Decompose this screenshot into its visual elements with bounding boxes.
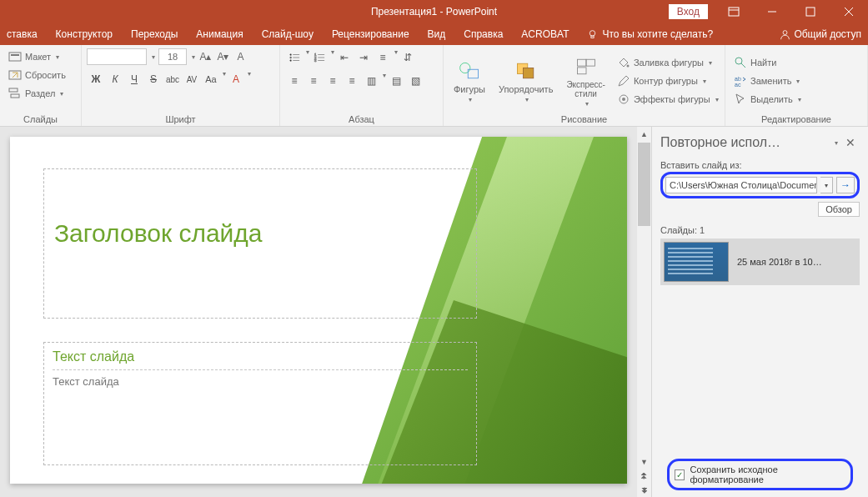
shape-fill-label: Заливка фигуры — [634, 58, 704, 68]
keep-source-formatting-checkbox[interactable]: ✓ Сохранить исходное форматирование — [667, 459, 853, 490]
bold-button[interactable]: Ж — [87, 70, 105, 88]
content-top-text: Текст слайда — [53, 349, 468, 370]
path-dropdown-button[interactable]: ▾ — [820, 177, 833, 193]
vertical-scrollbar[interactable]: ▲ ▼ ⯭ ⯯ — [637, 127, 651, 497]
align-text-button[interactable]: ▤ — [387, 72, 405, 90]
font-color-button[interactable]: A — [227, 70, 245, 88]
group-label-font: Шрифт — [87, 113, 274, 124]
close-icon[interactable] — [830, 0, 868, 23]
shapes-label: Фигуры — [454, 84, 485, 94]
group-label-slides: Слайды — [5, 113, 76, 124]
align-center-button[interactable]: ≡ — [304, 72, 323, 90]
ribbon: Макет▾ Сбросить Раздел▾ Слайды ▾ 18 ▾ — [0, 45, 868, 127]
scroll-thumb[interactable] — [638, 143, 650, 226]
arrange-button[interactable]: Упорядочить ▾ — [494, 58, 558, 105]
content-body-text: Текст слайда — [53, 375, 468, 388]
svg-rect-10 — [11, 54, 19, 56]
italic-button[interactable]: К — [106, 70, 124, 88]
font-name-combo[interactable] — [87, 48, 147, 65]
document-title: Презентация1 - PowerPoint — [371, 6, 497, 18]
svg-rect-9 — [9, 53, 21, 61]
numbering-button[interactable]: 123 — [310, 48, 329, 67]
replace-button[interactable]: abac Заменить▾ — [730, 73, 805, 89]
chevron-down-icon[interactable]: ▾ — [192, 53, 195, 61]
slide[interactable]: Заголовок слайда Текст слайда Текст слай… — [10, 137, 627, 484]
quick-styles-button[interactable]: Экспресс-стили ▾ — [561, 53, 610, 109]
tab-review[interactable]: Рецензирование — [332, 28, 409, 40]
shape-outline-button[interactable]: Контур фигуры▾ — [614, 73, 722, 89]
decrease-font-button[interactable]: A▾ — [216, 48, 230, 65]
increase-indent-button[interactable]: ⇥ — [354, 48, 373, 67]
login-button[interactable]: Вход — [669, 4, 708, 19]
quick-styles-label: Экспресс-стили — [566, 80, 605, 98]
align-right-button[interactable]: ≡ — [324, 72, 342, 90]
go-button[interactable]: → — [836, 177, 855, 193]
tell-me-search[interactable]: Что вы хотите сделать? — [587, 28, 713, 40]
char-spacing-button[interactable]: AV — [183, 70, 201, 88]
columns-button[interactable]: ▥ — [362, 72, 380, 90]
svg-rect-13 — [11, 94, 19, 98]
chevron-down-icon[interactable]: ▾ — [152, 53, 155, 61]
align-left-button[interactable]: ≡ — [285, 72, 304, 90]
minimize-icon[interactable] — [753, 0, 791, 23]
font-size-combo[interactable]: 18 — [158, 48, 187, 65]
ribbon-display-options-icon[interactable] — [715, 0, 753, 23]
layout-button[interactable]: Макет▾ — [5, 48, 76, 65]
keep-source-formatting-label: Сохранить исходное форматирование — [690, 464, 845, 484]
select-label: Выделить — [750, 94, 793, 104]
chevron-down-icon[interactable]: ▾ — [248, 70, 251, 88]
pane-close-button[interactable]: ✕ — [841, 133, 860, 152]
tab-animations[interactable]: Анимация — [196, 28, 243, 40]
strikethrough-button[interactable]: S — [144, 70, 163, 88]
svg-point-35 — [622, 98, 625, 101]
title-placeholder[interactable]: Заголовок слайда — [43, 168, 477, 319]
clear-formatting-button[interactable]: A — [233, 48, 248, 65]
underline-button[interactable]: Ч — [125, 70, 143, 88]
justify-button[interactable]: ≡ — [343, 72, 361, 90]
text-shadow-button[interactable]: abc — [163, 70, 182, 88]
shape-fill-button[interactable]: Заливка фигуры▾ — [614, 54, 722, 71]
content-placeholder[interactable]: Текст слайда Текст слайда — [43, 342, 477, 465]
reuse-slide-item[interactable]: 25 мая 2018г в 10… — [660, 238, 860, 285]
chevron-down-icon[interactable]: ▾ — [223, 70, 226, 88]
maximize-icon[interactable] — [791, 0, 830, 23]
change-case-button[interactable]: Aa — [202, 70, 220, 88]
reuse-slide-thumbnail — [664, 242, 729, 282]
select-button[interactable]: Выделить▾ — [730, 91, 805, 108]
work-area: Заголовок слайда Текст слайда Текст слай… — [0, 127, 868, 497]
pane-title: Повторное испол… — [660, 135, 830, 150]
tab-design[interactable]: Конструктор — [56, 28, 113, 40]
smartart-button[interactable]: ▧ — [406, 72, 424, 90]
tab-acrobat[interactable]: ACROBAT — [521, 28, 569, 40]
tab-insert[interactable]: ставка — [7, 28, 38, 40]
insert-from-label: Вставить слайд из: — [660, 160, 860, 170]
tab-view[interactable]: Вид — [428, 28, 446, 40]
section-button[interactable]: Раздел▾ — [5, 85, 76, 102]
tab-transitions[interactable]: Переходы — [131, 28, 178, 40]
reset-button[interactable]: Сбросить — [5, 67, 76, 83]
svg-point-18 — [290, 60, 292, 62]
decrease-indent-button[interactable]: ⇤ — [335, 48, 354, 67]
svg-rect-3 — [806, 8, 815, 16]
share-button[interactable]: Общий доступ — [780, 28, 861, 40]
find-button[interactable]: Найти — [730, 54, 805, 71]
next-slide-icon[interactable]: ⯯ — [637, 483, 651, 497]
scroll-up-icon[interactable]: ▲ — [637, 127, 651, 141]
path-input[interactable]: C:\Users\Южная Столица\Document — [665, 177, 817, 193]
text-direction-button[interactable]: ⇵ — [399, 48, 417, 67]
shape-effects-button[interactable]: Эффекты фигуры▾ — [614, 91, 722, 108]
paint-bucket-icon — [617, 56, 630, 69]
pane-menu-icon[interactable]: ▾ — [835, 139, 838, 147]
prev-slide-icon[interactable]: ⯭ — [637, 469, 651, 483]
arrange-icon — [514, 59, 538, 83]
shapes-button[interactable]: Фигуры ▾ — [449, 58, 490, 105]
tab-slideshow[interactable]: Слайд-шоу — [262, 28, 314, 40]
increase-font-button[interactable]: A▴ — [198, 48, 213, 65]
group-paragraph: ▾ 123▾ ⇤ ⇥ ≡▾ ⇵ ≡ ≡ ≡ ≡ ▥▾ ▤ ▧ Абзац — [280, 45, 444, 126]
scroll-down-icon[interactable]: ▼ — [637, 454, 651, 469]
browse-button[interactable]: Обзор — [818, 202, 860, 217]
line-spacing-button[interactable]: ≡ — [374, 48, 392, 67]
bullets-button[interactable] — [285, 48, 304, 67]
person-icon — [780, 29, 790, 40]
tab-help[interactable]: Справка — [464, 28, 503, 40]
